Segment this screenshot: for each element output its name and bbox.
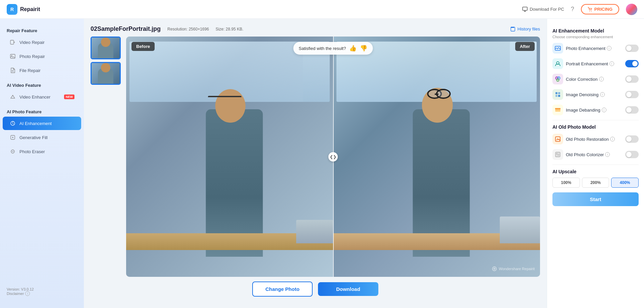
- svg-point-28: [556, 153, 557, 155]
- start-button[interactable]: Start: [552, 192, 639, 206]
- sidebar-item-photo-eraser[interactable]: Photo Eraser: [3, 145, 81, 158]
- image-denoising-icon: [552, 89, 563, 100]
- photo-enhancement-icon: [552, 43, 563, 54]
- file-repair-icon: [9, 67, 16, 74]
- image-denoising-info[interactable]: i: [600, 92, 605, 97]
- video-repair-icon: [9, 39, 16, 46]
- thumbs-up-button[interactable]: 👍: [349, 45, 357, 52]
- photo-enhancement-toggle[interactable]: [625, 45, 639, 52]
- before-image: [126, 37, 333, 277]
- user-avatar[interactable]: [626, 4, 637, 15]
- file-resolution: Resolution: 2560×1696: [167, 27, 209, 32]
- change-photo-button[interactable]: Change Photo: [252, 282, 313, 297]
- svg-rect-0: [523, 7, 527, 10]
- watermark-icon: [492, 266, 497, 271]
- upscale-400-button[interactable]: 400%: [611, 178, 639, 188]
- right-panel: AI Enhancement Model Choose correspondin…: [547, 19, 644, 308]
- download-button[interactable]: Download: [318, 282, 378, 296]
- old-photo-colorizer-toggle[interactable]: [625, 151, 639, 158]
- color-correction-row: Color Correction i: [552, 74, 639, 84]
- logo-icon: R: [7, 4, 17, 15]
- image-debanding-toggle[interactable]: [625, 106, 639, 114]
- old-photo-title: AI Old Photo Model: [552, 124, 639, 130]
- sidebar-label-photo-repair: Photo Repair: [19, 54, 45, 59]
- disclaimer-info-icon[interactable]: i: [25, 291, 30, 296]
- sidebar-item-ai-enhancement[interactable]: AI Enhancement: [3, 117, 81, 130]
- pricing-button[interactable]: PRICING: [581, 4, 619, 14]
- main-layout: Repair Feature Video Repair Photo Repair…: [0, 19, 644, 308]
- satisfied-popup: Satisfied with the result? 👍 👎: [293, 42, 373, 55]
- watermark: Wondershare Repairit: [492, 266, 535, 271]
- history-files-button[interactable]: History files: [510, 26, 540, 32]
- color-correction-info[interactable]: i: [599, 77, 604, 81]
- old-photo-restoration-toggle[interactable]: [625, 135, 639, 143]
- history-files-label: History files: [518, 26, 540, 32]
- sidebar-item-file-repair[interactable]: File Repair: [3, 64, 81, 77]
- sidebar-label-generative-fill: Generative Fill: [19, 135, 48, 140]
- cart-icon: [588, 7, 592, 12]
- download-pc-link[interactable]: Download For PC: [522, 7, 564, 12]
- upscale-options: 100% 200% 400%: [552, 178, 639, 188]
- thumbnail-1[interactable]: ✓: [91, 37, 121, 59]
- after-label: After: [515, 42, 535, 51]
- after-image: [333, 37, 540, 277]
- satisfied-text: Satisfied with the result?: [299, 46, 346, 51]
- disclaimer-link[interactable]: Disclaimer i: [7, 291, 77, 296]
- svg-rect-4: [10, 54, 15, 58]
- image-denoising-row: Image Denoising i: [552, 89, 639, 100]
- old-photo-restoration-info[interactable]: i: [610, 137, 615, 141]
- image-denoising-toggle[interactable]: [625, 91, 639, 98]
- svg-point-1: [589, 11, 590, 11]
- sidebar-item-photo-repair[interactable]: Photo Repair: [3, 50, 81, 63]
- ai-upscale-title: AI Upscale: [552, 169, 639, 174]
- divider-handle[interactable]: ❮❯: [328, 152, 338, 162]
- color-correction-label: Color Correction i: [566, 77, 623, 82]
- sidebar-item-video-repair[interactable]: Video Repair: [3, 36, 81, 49]
- svg-point-2: [591, 11, 592, 11]
- sidebar-label-photo-eraser: Photo Eraser: [19, 149, 45, 154]
- sidebar-item-video-enhancer[interactable]: Video Enhancer NEW: [3, 90, 81, 104]
- disclaimer-label: Disclaimer: [7, 292, 24, 296]
- portrait-enhancement-info[interactable]: i: [609, 61, 614, 66]
- sidebar-label-file-repair: File Repair: [19, 68, 41, 73]
- portrait-enhancement-toggle[interactable]: [625, 60, 639, 67]
- new-badge: NEW: [64, 95, 74, 99]
- photo-eraser-icon: [9, 148, 16, 155]
- download-pc-label: Download For PC: [530, 7, 564, 12]
- svg-rect-3: [10, 40, 14, 44]
- thumbs-down-button[interactable]: 👎: [360, 45, 367, 52]
- old-photo-colorizer-icon: [552, 149, 563, 160]
- portrait-enhancement-label: Portrait Enhancement i: [566, 61, 623, 66]
- upscale-100-button[interactable]: 100%: [552, 178, 580, 188]
- image-viewer: Before After Satisfied with the result? …: [126, 37, 540, 277]
- color-correction-toggle[interactable]: [625, 75, 639, 83]
- ai-enhancement-icon: [9, 120, 16, 127]
- thumb-photo-2: [92, 63, 120, 84]
- svg-point-29: [557, 154, 559, 156]
- sidebar-label-video-enhancer: Video Enhancer: [19, 95, 50, 100]
- old-photo-restoration-row: Old Photo Restoration i: [552, 134, 639, 144]
- bottom-bar: Change Photo Download: [91, 277, 540, 301]
- sidebar-label-video-repair: Video Repair: [19, 40, 45, 45]
- panel-divider-2: [552, 165, 639, 165]
- generative-fill-icon: [9, 134, 16, 141]
- image-debanding-info[interactable]: i: [602, 108, 606, 112]
- svg-rect-19: [555, 92, 557, 94]
- thumbnail-2[interactable]: ✓: [91, 62, 121, 85]
- old-photo-restoration-icon: [552, 134, 563, 144]
- thumbnail-strip: ✓ ✓: [91, 37, 123, 277]
- svg-point-5: [11, 55, 12, 56]
- sidebar-item-generative-fill[interactable]: Generative Fill: [3, 131, 81, 144]
- sidebar-section-repair: Repair Feature: [0, 25, 84, 35]
- upscale-200-button[interactable]: 200%: [582, 178, 609, 188]
- history-icon: [510, 26, 516, 32]
- old-photo-colorizer-info[interactable]: i: [605, 152, 610, 157]
- version-text: Version: V3.0.12: [7, 287, 77, 291]
- svg-rect-22: [558, 95, 560, 97]
- panel-divider-1: [552, 120, 639, 120]
- help-icon[interactable]: ?: [571, 6, 574, 13]
- portrait-enhancement-icon: [552, 58, 563, 69]
- photo-enhancement-info[interactable]: i: [607, 46, 611, 51]
- sidebar: Repair Feature Video Repair Photo Repair…: [0, 19, 84, 308]
- svg-rect-20: [558, 92, 560, 94]
